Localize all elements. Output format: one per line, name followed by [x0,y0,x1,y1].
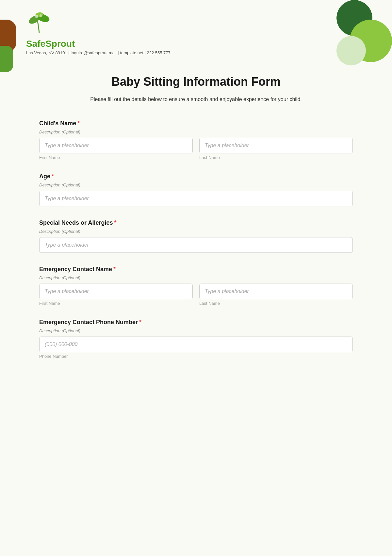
age-input[interactable] [39,191,353,206]
required-star-special: * [114,219,116,226]
desc-age: Description (Optional) [39,182,353,187]
desc-childs-name: Description (Optional) [39,130,353,134]
childs-last-name-label: Last Name [199,155,353,160]
brand-name: SafeSprout [26,39,75,49]
svg-point-3 [35,15,38,18]
label-childs-name: Child's Name* [39,120,353,127]
section-emergency-phone: Emergency Contact Phone Number* Descript… [39,319,353,359]
last-name-wrapper: Last Name [199,138,353,160]
input-row-emergency-name: First Name Last Name [39,284,353,306]
logo-icon [26,10,52,36]
section-childs-name: Child's Name* Description (Optional) Fir… [39,120,353,160]
special-needs-input[interactable] [39,237,353,253]
label-emergency-name: Emergency Contact Name* [39,266,353,273]
emergency-last-name-label: Last Name [199,301,353,306]
first-name-wrapper: First Name [39,138,193,160]
required-star-emergency: * [113,266,116,272]
childs-first-name-input[interactable] [39,138,193,153]
required-star-age: * [52,173,54,180]
label-special-needs: Special Needs or Allergies* [39,219,353,226]
form-title: Baby Sitting Information Form [39,75,353,89]
section-emergency-name: Emergency Contact Name* Description (Opt… [39,266,353,306]
label-age: Age* [39,173,353,180]
desc-emergency-phone: Description (Optional) [39,328,353,333]
emergency-first-name-input[interactable] [39,284,193,299]
main-content: Baby Sitting Information Form Please fil… [0,62,392,385]
section-age: Age* Description (Optional) [39,173,353,206]
emergency-last-name-input[interactable] [199,284,353,299]
input-row-childs-name: First Name Last Name [39,138,353,160]
desc-special-needs: Description (Optional) [39,229,353,234]
form-subtitle: Please fill out the details below to ens… [39,95,353,104]
phone-sublabel: Phone Number [39,354,353,359]
emergency-first-name-wrapper: First Name [39,284,193,306]
svg-point-4 [40,14,42,17]
emergency-phone-input[interactable] [39,337,353,352]
desc-emergency-name: Description (Optional) [39,275,353,280]
header: SafeSprout Las Vegas, NV 89101 | inquire… [0,0,392,62]
section-special-needs: Special Needs or Allergies* Description … [39,219,353,253]
childs-first-name-label: First Name [39,155,193,160]
label-emergency-phone: Emergency Contact Phone Number* [39,319,353,326]
logo-area: SafeSprout Las Vegas, NV 89101 | inquire… [26,10,171,55]
required-star-phone: * [139,319,141,325]
childs-last-name-input[interactable] [199,138,353,153]
required-star: * [77,120,80,127]
emergency-last-name-wrapper: Last Name [199,284,353,306]
brand-contact: Las Vegas, NV 89101 | inquire@safesprout… [26,50,171,55]
emergency-first-name-label: First Name [39,301,193,306]
